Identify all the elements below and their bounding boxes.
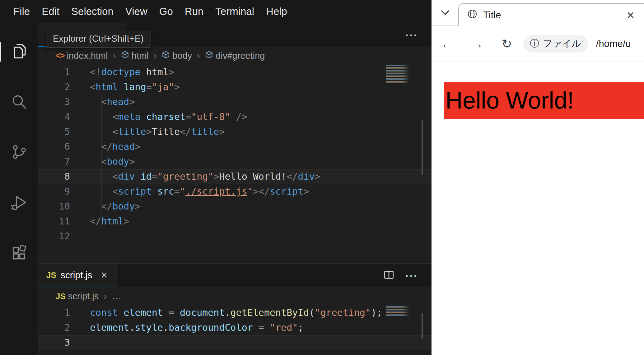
file-scheme-label: ファイル xyxy=(543,37,581,50)
search-icon xyxy=(10,93,28,112)
code-lines: 1<!doctype html>2<html lang="ja">3 <head… xyxy=(38,65,432,244)
line-number: 5 xyxy=(38,124,90,139)
editor-actions: ⋯ xyxy=(405,23,432,47)
code-line[interactable]: 5 <title>Title</title> xyxy=(38,124,432,139)
globe-favicon xyxy=(467,9,478,22)
reload-icon[interactable]: ↻ xyxy=(500,37,514,51)
code-line[interactable]: 12 xyxy=(38,229,432,244)
file-scheme-chip[interactable]: ⓘ ファイル xyxy=(523,35,588,53)
symbol-cube-icon xyxy=(205,51,213,61)
explorer-tooltip: Explorer (Ctrl+Shift+E) xyxy=(46,30,151,48)
code-line[interactable]: 4 <meta charset="utf-8" /> xyxy=(38,109,432,124)
code-line[interactable]: 8 <div id="greeting">Hello World!</div> xyxy=(38,169,432,184)
chevron-right-icon: › xyxy=(101,291,109,302)
activity-source-control[interactable] xyxy=(0,127,38,178)
more-actions-icon[interactable]: ⋯ xyxy=(405,29,418,41)
line-number: 9 xyxy=(38,184,90,199)
back-icon[interactable]: ← xyxy=(440,36,454,51)
code-line[interactable]: 6 </head> xyxy=(38,139,432,154)
activity-extensions[interactable] xyxy=(0,228,38,279)
code-lines: 1const element = document.getElementById… xyxy=(38,305,432,350)
files-icon xyxy=(10,42,28,62)
browser-tab[interactable]: Title × xyxy=(458,3,644,26)
code-text: <body> xyxy=(90,154,135,169)
line-number: 8 xyxy=(38,169,90,184)
editor-scrollbar[interactable] xyxy=(422,120,423,175)
editor-area: <> index.html × ⋯ Explorer (Ctrl+Shift+E… xyxy=(38,23,432,355)
split-editor-icon[interactable] xyxy=(384,270,394,281)
activity-bar xyxy=(0,23,38,355)
run-and-debug-icon xyxy=(10,193,28,213)
editor-index-html[interactable]: 1<!doctype html>2<html lang="ja">3 <head… xyxy=(38,65,432,263)
minimap[interactable] xyxy=(386,306,412,316)
chevron-right-icon: › xyxy=(110,50,119,61)
breadcrumb-segment-body[interactable]: body xyxy=(172,51,192,61)
breadcrumb: <> index.html › html › body › xyxy=(38,47,432,65)
line-number: 3 xyxy=(38,335,90,350)
line-number: 12 xyxy=(38,229,90,244)
screen: FileEditSelectionViewGoRunTerminalHelp xyxy=(0,0,644,355)
breadcrumb-ellipsis[interactable]: … xyxy=(112,291,121,302)
breadcrumb-file[interactable]: script.js xyxy=(68,291,99,302)
tab-script-js[interactable]: JS script.js × xyxy=(38,264,117,287)
close-tab-icon[interactable]: × xyxy=(101,270,108,281)
bottom-editor-tab-bar: JS script.js × ⋯ xyxy=(38,264,432,287)
code-line[interactable]: 2element.style.backgroundColor = "red"; xyxy=(38,320,432,335)
menu-item-edit[interactable]: Edit xyxy=(36,6,65,17)
code-line[interactable]: 2<html lang="ja"> xyxy=(38,80,432,95)
tab-label: script.js xyxy=(61,270,92,280)
menu-item-terminal[interactable]: Terminal xyxy=(209,6,260,17)
chevron-right-icon: › xyxy=(194,50,203,61)
code-line[interactable]: 7 <body> xyxy=(38,154,432,169)
code-text: <title>Title</title> xyxy=(90,124,225,139)
menu-item-help[interactable]: Help xyxy=(260,6,293,17)
editor-actions: ⋯ xyxy=(384,264,432,287)
address-bar[interactable]: /home/u xyxy=(596,38,631,49)
code-line[interactable]: 9 <script src="./script.js"></script> xyxy=(38,184,432,199)
symbol-cube-icon xyxy=(121,51,129,61)
menu-item-selection[interactable]: Selection xyxy=(65,6,119,17)
editor-scrollbar[interactable] xyxy=(422,313,423,339)
code-text: <meta charset="utf-8" /> xyxy=(90,109,247,124)
editor-script-js[interactable]: 1const element = document.getElementById… xyxy=(38,305,432,355)
code-text: <!doctype html> xyxy=(90,65,174,80)
code-text: </body> xyxy=(90,199,141,214)
browser-tab-strip: Title × xyxy=(432,0,644,26)
breadcrumb-file[interactable]: index.html xyxy=(67,51,108,61)
line-number: 1 xyxy=(38,65,90,80)
code-line[interactable]: 1const element = document.getElementById… xyxy=(38,305,432,320)
js-file-icon: JS xyxy=(56,292,66,301)
code-line[interactable]: 1<!doctype html> xyxy=(38,65,432,80)
menu-item-go[interactable]: Go xyxy=(153,6,179,17)
line-number: 4 xyxy=(38,109,90,124)
minimap[interactable] xyxy=(386,65,412,83)
chevron-down-icon[interactable] xyxy=(441,10,450,17)
activity-search[interactable] xyxy=(0,77,38,127)
code-line[interactable]: 3 <head> xyxy=(38,95,432,109)
activity-explorer[interactable] xyxy=(0,27,38,77)
code-line[interactable]: 3 xyxy=(38,335,432,350)
forward-icon[interactable]: → xyxy=(470,36,484,51)
menu-item-file[interactable]: File xyxy=(7,6,36,17)
breadcrumb-segment-div-greeting[interactable]: div#greeting xyxy=(216,51,265,61)
close-tab-icon[interactable]: × xyxy=(627,9,634,22)
code-line[interactable]: 10 </body> xyxy=(38,199,432,214)
menu-item-view[interactable]: View xyxy=(119,6,153,17)
code-text: <script src="./script.js"></script> xyxy=(90,184,309,199)
menu-bar: FileEditSelectionViewGoRunTerminalHelp xyxy=(0,0,432,23)
line-number: 11 xyxy=(38,214,90,229)
code-text: element.style.backgroundColor = "red"; xyxy=(90,320,303,335)
browser-page: Hello World! xyxy=(432,82,644,355)
breadcrumb-segment-html[interactable]: html xyxy=(132,51,149,61)
activity-run-debug[interactable] xyxy=(0,178,38,228)
menu-item-run[interactable]: Run xyxy=(179,6,210,17)
code-line[interactable]: 11</html> xyxy=(38,214,432,229)
line-number: 7 xyxy=(38,154,90,169)
breadcrumb: JS script.js › … xyxy=(38,287,432,305)
greeting-banner: Hello World! xyxy=(444,82,644,119)
js-file-icon: JS xyxy=(46,270,56,280)
more-actions-icon[interactable]: ⋯ xyxy=(405,269,418,282)
code-text: <div id="greeting">Hello World!</div> xyxy=(90,169,320,184)
symbol-cube-icon xyxy=(162,51,170,61)
indent-guide xyxy=(101,95,102,214)
